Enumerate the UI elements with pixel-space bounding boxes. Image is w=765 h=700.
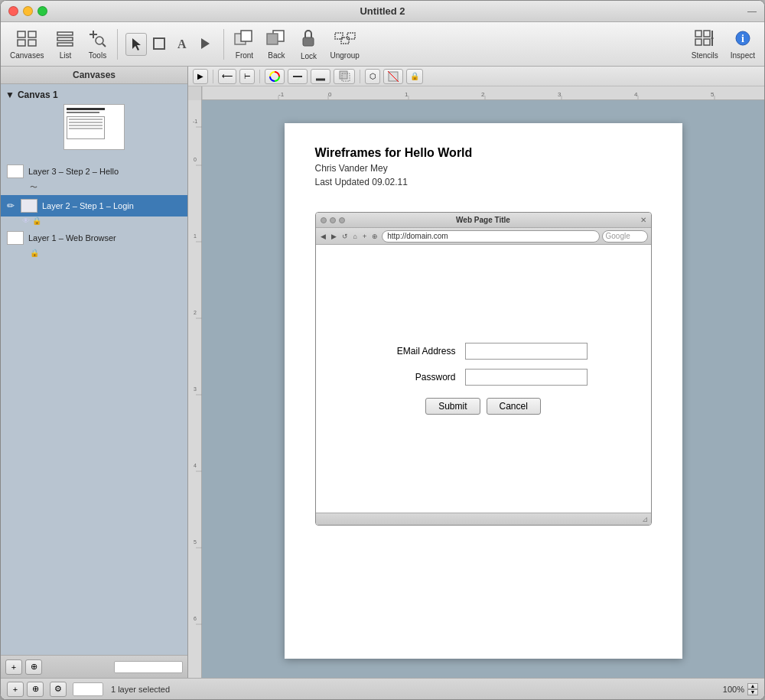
app-window: Untitled 2 — Canvases xyxy=(0,0,765,700)
layer-item-3[interactable]: Layer 3 – Step 2 – Hello xyxy=(1,161,187,182)
browser-search-placeholder: Google xyxy=(606,232,630,240)
email-input[interactable] xyxy=(465,343,588,360)
canvases-label: Canvases xyxy=(10,51,44,60)
svg-rect-26 xyxy=(704,39,710,45)
browser-dots xyxy=(321,217,345,223)
browser-toolbar: ◀ ▶ ↺ ⌂ + ⊕ http://domain.com Goo xyxy=(316,228,651,245)
ruler-h-svg: -1 0 1 2 3 4 5 xyxy=(202,86,764,99)
layer-1-name: Layer 1 – Web Browser xyxy=(28,233,181,243)
email-row: EMail Address xyxy=(379,343,588,360)
cancel-button[interactable]: Cancel xyxy=(487,398,541,415)
eye-icon[interactable]: 👁 xyxy=(22,217,30,225)
stroke-color-btn[interactable] xyxy=(288,69,308,84)
list-icon xyxy=(56,29,74,50)
canvas-group-header[interactable]: ▼ Canvas 1 xyxy=(1,87,187,103)
browser-rss-btn[interactable]: ⊕ xyxy=(370,232,379,241)
layer-2-thumb xyxy=(21,199,37,213)
canvases-button[interactable]: Canvases xyxy=(5,27,48,62)
browser-address-bar[interactable]: http://domain.com xyxy=(382,230,599,243)
shadow-btn[interactable] xyxy=(334,69,355,84)
color-swatch[interactable] xyxy=(73,682,103,696)
canvas-thumbnail[interactable] xyxy=(63,104,125,150)
browser-reload-btn[interactable]: ↺ xyxy=(340,232,350,241)
close-button[interactable] xyxy=(8,6,18,16)
export-btn[interactable]: ⬡ xyxy=(365,69,380,84)
stencils-button[interactable]: Stencils xyxy=(687,27,723,62)
text-tool[interactable]: A xyxy=(171,34,193,55)
color-picker-btn[interactable] xyxy=(265,69,285,84)
ungroup-button[interactable]: Ungroup xyxy=(325,27,363,62)
rect-tool[interactable] xyxy=(148,34,170,54)
svg-rect-2 xyxy=(18,40,25,46)
lock-button[interactable]: Lock xyxy=(293,26,324,63)
form-buttons: Submit Cancel xyxy=(425,398,541,415)
status-left: + ⊕ ⚙ xyxy=(7,682,67,697)
add-sublayer-button[interactable]: ⊕ xyxy=(27,682,44,697)
minimize-button[interactable] xyxy=(23,6,33,16)
browser-home-btn[interactable]: ⌂ xyxy=(352,232,359,241)
thumb-subtitle-line xyxy=(67,112,99,113)
sidebar-header: Canvases xyxy=(1,67,187,84)
ungroup-label: Ungroup xyxy=(330,51,359,60)
sidebar-search[interactable] xyxy=(114,661,183,673)
arrow-indicator[interactable]: ▶ xyxy=(193,69,208,84)
ruler-horizontal: -1 0 1 2 3 4 5 xyxy=(188,86,764,100)
list-button[interactable]: List xyxy=(50,27,80,62)
thumb-title-line xyxy=(67,108,105,110)
inspect-button[interactable]: i Inspect xyxy=(726,27,760,62)
canvas-scroll[interactable]: Wireframes for Hello World Chris Vander … xyxy=(202,100,764,678)
layer-1-thumb xyxy=(7,231,24,245)
tools-button[interactable]: Tools xyxy=(82,27,112,62)
email-label: EMail Address xyxy=(379,346,456,357)
back-label: Back xyxy=(268,51,285,60)
align-left-btn[interactable]: ⟵ xyxy=(218,69,236,84)
svg-rect-24 xyxy=(704,31,710,37)
layer-item-2[interactable]: ✏ Layer 2 – Step 1 – Login xyxy=(1,195,187,217)
select-tool[interactable] xyxy=(125,33,147,56)
maximize-button[interactable] xyxy=(37,6,47,16)
svg-rect-5 xyxy=(57,37,73,41)
svg-rect-12 xyxy=(154,38,164,49)
stroke-width-btn[interactable] xyxy=(311,69,330,84)
lock-format-btn[interactable]: 🔒 xyxy=(406,69,423,84)
svg-rect-6 xyxy=(57,43,73,46)
back-button[interactable]: Back xyxy=(261,27,291,62)
canvas-group-name: Canvas 1 xyxy=(18,90,58,100)
svg-marker-8 xyxy=(90,34,97,35)
collapse-button[interactable]: — xyxy=(747,6,757,17)
password-label: Password xyxy=(379,372,456,383)
zoom-down-button[interactable]: ▼ xyxy=(747,689,758,695)
play-tool[interactable] xyxy=(194,34,216,55)
browser-forward-btn[interactable]: ▶ xyxy=(330,232,338,241)
browser-plus-btn[interactable]: + xyxy=(361,232,368,241)
duplicate-canvas-button[interactable]: ⊕ xyxy=(25,659,42,675)
svg-marker-11 xyxy=(132,38,141,50)
svg-text:3: 3 xyxy=(558,91,562,98)
layer-3-name: Layer 3 – Step 2 – Hello xyxy=(28,167,181,176)
resize-handle-icon: ⊿ xyxy=(642,515,648,523)
fill-btn[interactable] xyxy=(383,69,403,84)
add-layer-button[interactable]: + xyxy=(7,682,24,697)
format-sep-3 xyxy=(360,70,360,83)
align-center-btn[interactable]: ⊢ xyxy=(239,69,255,84)
add-canvas-button[interactable]: + xyxy=(5,659,22,675)
password-row: Password xyxy=(379,369,588,386)
titlebar: Untitled 2 — xyxy=(1,1,764,22)
front-button[interactable]: Front xyxy=(229,27,259,62)
settings-button[interactable]: ⚙ xyxy=(50,682,67,697)
format-sep-1 xyxy=(213,70,213,83)
password-input[interactable] xyxy=(465,369,588,386)
svg-rect-16 xyxy=(241,31,252,41)
svg-rect-19 xyxy=(303,37,314,46)
svg-marker-14 xyxy=(201,38,210,49)
toolbar-right: Stencils i Inspect xyxy=(687,27,760,62)
browser-window-close[interactable]: ✕ xyxy=(640,216,646,224)
browser-back-btn[interactable]: ◀ xyxy=(319,232,327,241)
submit-button[interactable]: Submit xyxy=(425,398,480,415)
ruler-v-svg: -1 0 1 2 3 4 5 6 xyxy=(188,100,202,678)
layer-item-1[interactable]: Layer 1 – Web Browser xyxy=(1,227,187,249)
browser-search-box[interactable]: Google xyxy=(602,230,648,243)
page-title: Wireframes for Hello World xyxy=(315,146,652,160)
svg-rect-3 xyxy=(28,40,36,46)
zoom-up-button[interactable]: ▲ xyxy=(747,683,758,689)
